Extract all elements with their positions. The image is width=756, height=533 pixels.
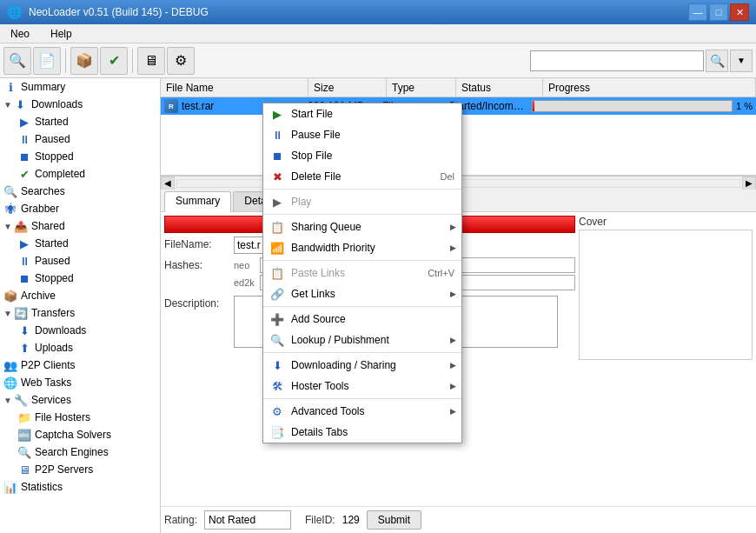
sidebar-label-downloads: Downloads: [31, 98, 83, 110]
ctx-stop-file[interactable]: ⏹ Stop File: [263, 145, 461, 166]
ctx-add-source[interactable]: ➕ Add Source: [263, 309, 461, 330]
column-header-filename[interactable]: File Name: [161, 78, 308, 97]
sidebar-item-downloads[interactable]: ▼ ⬇ Downloads: [0, 96, 160, 113]
sidebar-item-captcha-solvers[interactable]: 🔤 Captcha Solvers: [0, 426, 160, 443]
ctx-get-links[interactable]: 🔗 Get Links: [263, 283, 461, 304]
ctx-pause-file[interactable]: ⏸ Pause File: [263, 124, 461, 145]
shared-expand: ▼: [3, 222, 12, 231]
scroll-left-button[interactable]: ◀: [161, 177, 175, 190]
ctx-sharing-queue[interactable]: 📋 Sharing Queue: [263, 217, 461, 237]
search-bar: 🔍 ▼: [530, 50, 753, 72]
menu-help[interactable]: Help: [43, 26, 79, 42]
sidebar-label-web-tasks: Web Tasks: [21, 376, 71, 389]
ctx-get-links-label: Get Links: [291, 288, 454, 300]
lookup-icon: 🔍: [270, 333, 284, 347]
sidebar-item-shared[interactable]: ▼ 📤 Shared: [0, 217, 160, 235]
ctx-details-tabs-label: Details Tabs: [291, 426, 454, 438]
ctx-lookup-pubishment[interactable]: 🔍 Lookup / Pubishment: [263, 330, 461, 350]
menu-neo[interactable]: Neo: [3, 26, 36, 42]
search-toolbar-btn[interactable]: 🔍: [3, 47, 31, 75]
search-button[interactable]: 🔍: [706, 50, 728, 72]
close-button[interactable]: ✕: [730, 3, 749, 21]
start-file-icon: ▶: [270, 107, 284, 121]
sidebar-item-p2p-servers[interactable]: 🖥 P2P Servers: [0, 461, 160, 478]
sidebar-item-web-tasks[interactable]: 🌐 Web Tasks: [0, 374, 160, 391]
package-toolbar-btn[interactable]: 📦: [70, 47, 98, 75]
column-header-type[interactable]: Type: [387, 78, 456, 97]
ctx-downloading-sharing[interactable]: ⬇ Downloading / Sharing: [263, 355, 461, 376]
sidebar-item-archive[interactable]: 📦 Archive: [0, 287, 160, 304]
ctx-add-source-label: Add Source: [291, 313, 454, 325]
sidebar-item-p2p-clients[interactable]: 👥 P2P Clients: [0, 356, 160, 374]
ctx-delete-file[interactable]: ✖ Delete File Del: [263, 166, 461, 187]
sidebar-item-grabber[interactable]: 🕷 Grabber: [0, 200, 160, 217]
add-source-icon: ➕: [270, 312, 284, 326]
column-header-status[interactable]: Status: [456, 78, 543, 97]
settings-toolbar-btn[interactable]: ⚙: [167, 47, 195, 75]
ctx-play: ▶ Play: [263, 191, 461, 212]
search-input[interactable]: [530, 50, 704, 71]
bandwidth-priority-icon: 📶: [270, 241, 284, 255]
check-toolbar-btn[interactable]: ✔: [100, 47, 128, 75]
sidebar-item-shared-stopped[interactable]: ⏹ Stopped: [0, 270, 160, 287]
monitor-toolbar-btn[interactable]: 🖥: [137, 47, 165, 75]
window-controls: — □ ✕: [688, 3, 749, 21]
ctx-bandwidth-priority[interactable]: 📶 Bandwidth Priority: [263, 237, 461, 258]
sidebar-item-started[interactable]: ▶ Started: [0, 113, 160, 130]
ctx-hoster-tools[interactable]: 🛠 Hoster Tools: [263, 376, 461, 396]
services-expand: ▼: [3, 396, 12, 405]
transfers-downloads-icon: ⬇: [17, 323, 31, 337]
ctx-details-tabs[interactable]: 📑 Details Tabs: [263, 422, 461, 443]
sidebar-item-shared-started[interactable]: ▶ Started: [0, 235, 160, 252]
ctx-delete-file-label: Delete File: [291, 170, 433, 183]
sidebar: ℹ Summary ▼ ⬇ Downloads ▶ Started ⏸ Paus…: [0, 78, 161, 533]
services-icon: 🔧: [14, 393, 28, 407]
minimize-button[interactable]: —: [688, 3, 707, 21]
column-header-progress[interactable]: Progress: [543, 78, 756, 97]
ctx-play-label: Play: [291, 196, 454, 208]
sidebar-item-transfers[interactable]: ▼ 🔄 Transfers: [0, 304, 160, 322]
delete-file-icon: ✖: [270, 170, 284, 183]
sidebar-item-search-engines[interactable]: 🔍 Search Engines: [0, 443, 160, 461]
sidebar-item-summary[interactable]: ℹ Summary: [0, 78, 160, 96]
file-toolbar-btn[interactable]: 📄: [33, 47, 61, 75]
ctx-advanced-tools-label: Advanced Tools: [291, 405, 454, 417]
submit-button[interactable]: Submit: [367, 510, 421, 530]
detail-right-panel: Cover: [579, 216, 753, 503]
tab-summary[interactable]: Summary: [164, 191, 231, 212]
sidebar-item-shared-paused[interactable]: ⏸ Paused: [0, 252, 160, 270]
search-engines-icon: 🔍: [17, 445, 31, 459]
sidebar-item-paused[interactable]: ⏸ Paused: [0, 130, 160, 148]
column-header-size[interactable]: Size: [308, 78, 387, 97]
sidebar-item-statistics[interactable]: 📊 Statistics: [0, 478, 160, 496]
ctx-lookup-label: Lookup / Pubishment: [291, 334, 454, 346]
details-tabs-icon: 📑: [270, 425, 284, 439]
play-icon: ▶: [270, 195, 284, 209]
ctx-start-file[interactable]: ▶ Start File: [263, 103, 461, 124]
sidebar-label-archive: Archive: [21, 290, 56, 302]
search-dropdown-button[interactable]: ▼: [730, 50, 753, 72]
sidebar-item-file-hosters[interactable]: 📁 File Hosters: [0, 409, 160, 426]
advanced-tools-icon: ⚙: [270, 404, 284, 418]
paused-icon: ⏸: [17, 132, 31, 146]
sidebar-item-stopped[interactable]: ⏹ Stopped: [0, 148, 160, 165]
sidebar-item-searches[interactable]: 🔍 Searches: [0, 183, 160, 200]
rating-select[interactable]: Not Rated Excellent Good Fair Poor Fake …: [204, 510, 291, 530]
app-icon: 🌐: [7, 5, 22, 19]
scroll-right-button[interactable]: ▶: [742, 177, 756, 190]
statistics-icon: 📊: [3, 480, 17, 494]
shared-started-icon: ▶: [17, 237, 31, 250]
sidebar-item-transfers-downloads[interactable]: ⬇ Downloads: [0, 322, 160, 339]
fileid-value: 129: [342, 514, 360, 526]
maximize-button[interactable]: □: [709, 3, 728, 21]
sidebar-item-services[interactable]: ▼ 🔧 Services: [0, 391, 160, 409]
sidebar-item-uploads[interactable]: ⬆ Uploads: [0, 339, 160, 356]
shared-icon: 📤: [14, 219, 28, 233]
sidebar-label-search-engines: Search Engines: [35, 446, 109, 458]
captcha-solvers-icon: 🔤: [17, 428, 31, 442]
sidebar-label-completed: Completed: [35, 168, 85, 180]
sidebar-label-paused: Paused: [35, 133, 70, 145]
sidebar-item-completed[interactable]: ✔ Completed: [0, 165, 160, 183]
transfers-icon: 🔄: [14, 306, 28, 320]
ctx-advanced-tools[interactable]: ⚙ Advanced Tools: [263, 401, 461, 422]
